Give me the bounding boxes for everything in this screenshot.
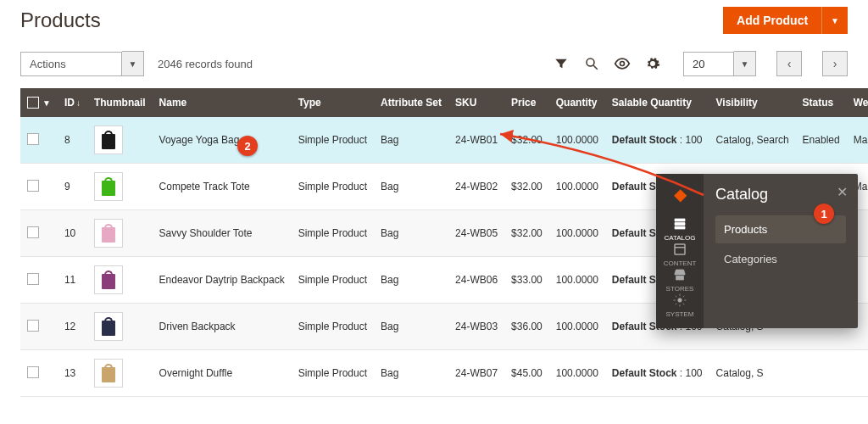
cell-sku: 24-WB01	[448, 117, 504, 164]
cell-visibility: Catalog, S	[709, 350, 796, 397]
row-checkbox[interactable]	[27, 320, 39, 332]
close-icon[interactable]: ✕	[837, 184, 848, 200]
cell-type: Simple Product	[292, 304, 374, 350]
cell-qty: 100.0000	[549, 257, 605, 304]
cell-id: 10	[58, 210, 87, 257]
cell-sku: 24-WB06	[448, 257, 504, 304]
cell-attrset: Bag	[374, 117, 448, 164]
cell-attrset: Bag	[374, 210, 448, 257]
sidebar-item-stores[interactable]: STORES	[664, 267, 697, 293]
add-product-dropdown[interactable]: ▼	[821, 7, 848, 34]
sidebar-item-system[interactable]: SYSTEM	[664, 293, 697, 318]
cell-visibility: Catalog, Search	[709, 117, 796, 164]
col-qty[interactable]: Quantity	[549, 88, 605, 117]
cell-id: 11	[58, 257, 87, 304]
cell-attrset: Bag	[374, 257, 448, 304]
thumbnail-icon	[94, 126, 123, 154]
flyout-item-categories[interactable]: Categories	[715, 245, 846, 273]
cell-id: 13	[58, 350, 87, 397]
cell-type: Simple Product	[292, 164, 374, 210]
cell-name: Endeavor Daytrip Backpack	[153, 257, 292, 304]
col-id[interactable]: ID↓	[58, 88, 87, 117]
page-size-value: 20	[683, 52, 734, 76]
col-websites[interactable]: Websites	[847, 88, 868, 117]
add-product-group: Add Product ▼	[723, 7, 848, 34]
cell-id: 8	[58, 117, 87, 164]
cell-status: Enabled	[796, 117, 847, 164]
cell-price: $32.00	[504, 117, 549, 164]
col-thumbnail[interactable]: Thumbnail	[87, 88, 153, 117]
cell-name: Savvy Shoulder Tote	[153, 210, 292, 257]
search-icon[interactable]	[583, 55, 600, 72]
cell-qty: 100.0000	[549, 210, 605, 257]
cell-price: $32.00	[504, 164, 549, 210]
row-checkbox[interactable]	[27, 133, 39, 145]
cell-type: Simple Product	[292, 117, 374, 164]
sidebar-item-content[interactable]: CONTENT	[664, 242, 697, 267]
col-visibility[interactable]: Visibility	[709, 88, 796, 117]
svg-point-2	[620, 62, 625, 66]
filter-icon[interactable]	[553, 55, 570, 72]
col-checkbox[interactable]: ▼	[20, 88, 58, 117]
col-type[interactable]: Type	[292, 88, 374, 117]
actions-select-label: Actions	[20, 52, 122, 76]
table-row[interactable]: 8 Voyage Yoga Bag Simple Product Bag 24-…	[20, 117, 868, 164]
page-title: Products	[20, 8, 101, 32]
col-attrset[interactable]: Attribute Set	[374, 88, 448, 117]
chevron-down-icon[interactable]: ▼	[734, 51, 756, 76]
catalog-flyout: ◆ CATALOGCONTENTSTORESSYSTEM ✕ Catalog P…	[656, 174, 858, 328]
prev-page-button[interactable]: ‹	[776, 51, 802, 76]
cell-qty: 100.0000	[549, 304, 605, 350]
cell-price: $36.00	[504, 304, 549, 350]
cell-websites: Main Website	[847, 117, 868, 164]
row-checkbox[interactable]	[27, 180, 39, 192]
cell-qty: 100.0000	[549, 117, 605, 164]
cell-qty: 100.0000	[549, 164, 605, 210]
cell-name: Compete Track Tote	[153, 164, 292, 210]
next-page-button[interactable]: ›	[822, 51, 848, 76]
cell-status	[796, 350, 847, 397]
cell-attrset: Bag	[374, 350, 448, 397]
cell-price: $33.00	[504, 257, 549, 304]
cell-sku: 24-WB02	[448, 164, 504, 210]
svg-point-5	[678, 298, 682, 303]
eye-icon[interactable]	[614, 55, 631, 72]
cell-websites	[847, 350, 868, 397]
annotation-badge-2: 2	[237, 136, 258, 156]
add-product-button[interactable]: Add Product	[723, 7, 821, 34]
actions-select[interactable]: Actions ▼	[20, 51, 144, 76]
col-price[interactable]: Price	[504, 88, 549, 117]
cell-salable: Default Stock : 100	[605, 350, 709, 397]
flyout-sidebar: ◆ CATALOGCONTENTSTORESSYSTEM	[656, 174, 704, 328]
row-checkbox[interactable]	[27, 273, 39, 285]
cell-sku: 24-WB07	[448, 350, 504, 397]
cell-id: 12	[58, 304, 87, 350]
cell-name: Voyage Yoga Bag	[153, 117, 292, 164]
gear-icon[interactable]	[644, 55, 661, 72]
col-name[interactable]: Name	[153, 88, 292, 117]
thumbnail-icon	[94, 172, 123, 201]
row-checkbox[interactable]	[27, 226, 39, 238]
records-found-label: 2046 records found	[158, 58, 253, 70]
annotation-badge-1: 1	[814, 204, 834, 224]
cell-name: Driven Backpack	[153, 304, 292, 350]
cell-sku: 24-WB05	[448, 210, 504, 257]
cell-price: $32.00	[504, 210, 549, 257]
sidebar-item-catalog[interactable]: CATALOG	[664, 216, 697, 242]
thumbnail-icon	[94, 359, 123, 388]
cell-type: Simple Product	[292, 350, 374, 397]
chevron-down-icon[interactable]: ▼	[122, 51, 144, 76]
thumbnail-icon	[94, 312, 123, 341]
cell-attrset: Bag	[374, 304, 448, 350]
table-row[interactable]: 13 Overnight Duffle Simple Product Bag 2…	[20, 350, 868, 397]
cell-type: Simple Product	[292, 210, 374, 257]
col-status[interactable]: Status	[796, 88, 847, 117]
svg-rect-3	[675, 244, 685, 254]
svg-line-1	[593, 65, 598, 70]
col-sku[interactable]: SKU	[448, 88, 504, 117]
row-checkbox[interactable]	[27, 366, 39, 378]
magento-logo-icon: ◆	[674, 184, 687, 204]
col-salable[interactable]: Salable Quantity	[605, 88, 709, 117]
cell-id: 9	[58, 164, 87, 210]
page-size-select[interactable]: 20 ▼	[683, 51, 756, 76]
